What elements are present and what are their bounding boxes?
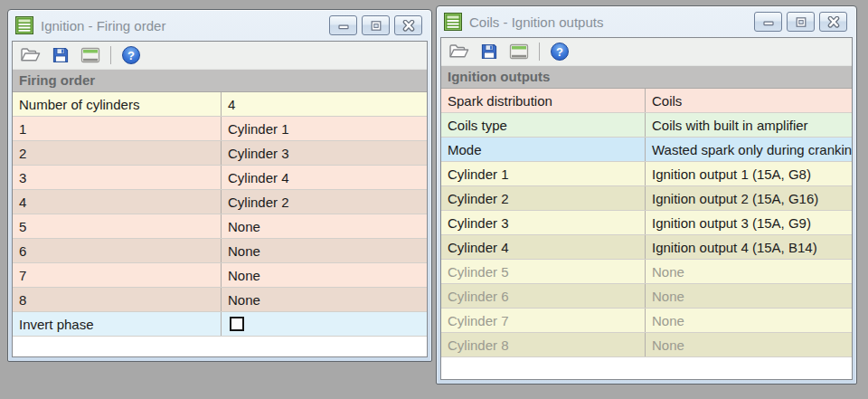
empty-grid-area xyxy=(13,337,427,356)
row-value[interactable]: Cylinder 2 xyxy=(222,190,427,214)
help-button[interactable]: ? xyxy=(548,40,571,63)
property-grid: Number of cylinders41Cylinder 12Cylinder… xyxy=(13,92,427,337)
row-value[interactable]: None xyxy=(222,214,427,238)
window-title: Coils - Ignition outputs xyxy=(469,14,747,30)
row-label: Coils type xyxy=(441,113,646,137)
row-label: Cylinder 7 xyxy=(441,309,646,332)
open-button[interactable] xyxy=(19,43,42,67)
table-icon xyxy=(444,13,462,31)
row-value[interactable]: Cylinder 4 xyxy=(222,166,427,189)
table-row: Cylinder 6None xyxy=(441,284,852,309)
table-row: 7None xyxy=(13,263,427,288)
titlebar[interactable]: Coils - Ignition outputs xyxy=(440,6,853,37)
row-label: 7 xyxy=(13,263,222,287)
window-controls xyxy=(754,12,849,32)
table-row: 3Cylinder 4 xyxy=(13,166,427,190)
row-value[interactable]: Coils xyxy=(646,89,852,112)
row-value[interactable]: None xyxy=(222,288,427,311)
table-row: Number of cylinders4 xyxy=(13,92,427,117)
row-value[interactable]: None xyxy=(222,263,427,287)
table-row: Cylinder 3Ignition output 3 (15A, G9) xyxy=(441,211,852,235)
row-label: Mode xyxy=(441,138,646,161)
minimize-button[interactable] xyxy=(754,12,782,32)
invert-phase-checkbox[interactable] xyxy=(230,317,244,331)
close-button[interactable] xyxy=(394,15,422,35)
save-floppy-icon xyxy=(52,46,70,64)
window-firing-order: Ignition - Firing order xyxy=(7,9,432,362)
table-row: Cylinder 7None xyxy=(441,309,852,333)
row-label: 8 xyxy=(13,288,222,311)
table-row: 5None xyxy=(13,214,427,239)
row-value[interactable]: Coils with built in amplifier xyxy=(646,113,852,137)
toolbar: ? xyxy=(441,38,852,66)
row-value[interactable]: 4 xyxy=(222,92,427,116)
window-view-icon xyxy=(509,43,529,61)
row-value[interactable]: Ignition output 3 (15A, G9) xyxy=(646,211,852,234)
window-view-button[interactable] xyxy=(79,43,102,67)
row-label: 2 xyxy=(13,141,222,165)
row-value[interactable]: Cylinder 3 xyxy=(222,141,427,165)
open-folder-icon xyxy=(448,43,470,61)
table-icon xyxy=(15,16,33,34)
save-button[interactable] xyxy=(49,43,72,67)
row-label: Cylinder 1 xyxy=(441,162,646,185)
row-label: 5 xyxy=(13,214,222,238)
row-label: Number of cylinders xyxy=(13,92,222,116)
table-row: Cylinder 2Ignition output 2 (15A, G16) xyxy=(441,186,852,211)
row-label: Cylinder 4 xyxy=(441,235,646,259)
grid-header: Firing order xyxy=(13,70,427,92)
table-row: 6None xyxy=(13,239,427,263)
help-icon: ? xyxy=(551,43,569,61)
row-label: Cylinder 2 xyxy=(441,186,646,210)
row-value[interactable]: None xyxy=(222,239,427,262)
row-value[interactable]: Ignition output 4 (15A, B14) xyxy=(646,235,852,259)
row-label: Cylinder 6 xyxy=(441,284,646,308)
save-floppy-icon xyxy=(480,43,498,61)
row-value[interactable]: Cylinder 1 xyxy=(222,117,427,140)
close-button[interactable] xyxy=(819,12,847,32)
row-value[interactable]: Ignition output 2 (15A, G16) xyxy=(646,186,852,210)
empty-grid-area xyxy=(441,357,852,379)
table-row: 1Cylinder 1 xyxy=(13,117,427,141)
table-row: Cylinder 1Ignition output 1 (15A, G8) xyxy=(441,162,852,186)
row-value: None xyxy=(646,260,852,283)
row-label: 4 xyxy=(13,190,222,214)
toolbar-separator xyxy=(110,46,111,64)
table-row: Invert phase xyxy=(13,312,427,337)
toolbar: ? xyxy=(13,42,427,70)
table-row: Cylinder 4Ignition output 4 (15A, B14) xyxy=(441,235,852,260)
row-value[interactable]: Ignition output 1 (15A, G8) xyxy=(646,162,852,185)
row-label: 6 xyxy=(13,239,222,262)
titlebar[interactable]: Ignition - Firing order xyxy=(12,10,428,41)
table-row: Cylinder 5None xyxy=(441,260,852,284)
maximize-button[interactable] xyxy=(362,15,390,35)
row-label: 3 xyxy=(13,166,222,189)
desktop: { "icons": { "help_glyph": "?", "titleba… xyxy=(0,0,868,399)
maximize-button[interactable] xyxy=(787,12,815,32)
table-row: 4Cylinder 2 xyxy=(13,190,427,214)
row-value: None xyxy=(646,333,852,356)
grid-header: Ignition outputs xyxy=(441,66,852,89)
open-button[interactable] xyxy=(448,40,471,63)
window-view-button[interactable] xyxy=(507,40,531,63)
table-row: Coils typeCoils with built in amplifier xyxy=(441,113,852,138)
table-row: Spark distributionCoils xyxy=(441,89,852,113)
help-icon: ? xyxy=(122,46,140,64)
row-value: None xyxy=(646,309,852,332)
minimize-button[interactable] xyxy=(329,15,357,35)
row-value[interactable] xyxy=(222,312,427,336)
help-button[interactable]: ? xyxy=(119,43,143,67)
window-ignition-outputs: Coils - Ignition outputs xyxy=(436,5,857,385)
window-client-area: ? Firing order Number of cylinders41Cyli… xyxy=(12,41,428,357)
row-label: Cylinder 5 xyxy=(441,260,646,283)
window-title: Ignition - Firing order xyxy=(41,18,322,33)
save-button[interactable] xyxy=(477,40,501,63)
table-row: 2Cylinder 3 xyxy=(13,141,427,166)
window-controls xyxy=(329,15,424,35)
window-client-area: ? Ignition outputs Spark distributionCoi… xyxy=(440,37,853,380)
row-value[interactable]: Wasted spark only during cranking xyxy=(646,138,852,161)
table-row: 8None xyxy=(13,288,427,312)
table-row: Cylinder 8None xyxy=(441,333,852,357)
row-label: Cylinder 8 xyxy=(441,333,646,356)
row-value: None xyxy=(646,284,852,308)
